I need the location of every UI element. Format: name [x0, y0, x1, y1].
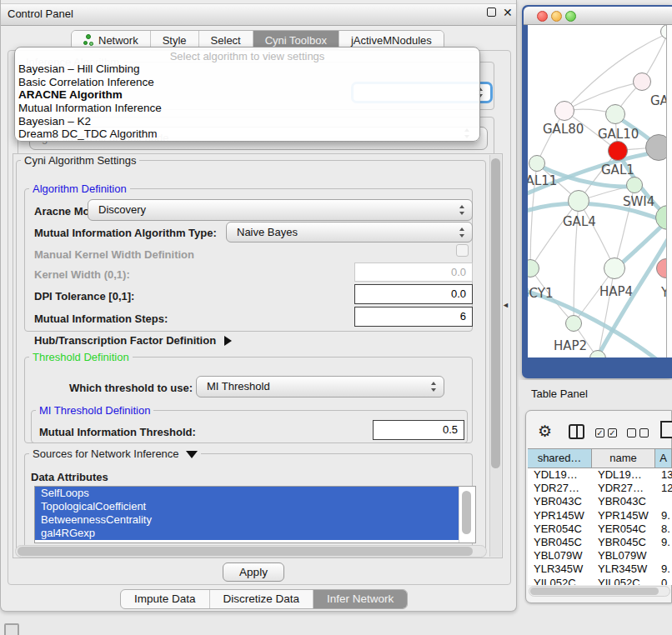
column-header-shared…[interactable]: shared…	[528, 449, 592, 468]
dpi-tolerance-field[interactable]: 0.0	[354, 284, 473, 304]
node-gal10[interactable]	[605, 104, 625, 124]
table-cell: 13	[655, 468, 672, 482]
screen: Control Panel ✕ NetworkStyleSelectCyni T…	[0, 0, 672, 635]
float-window-icon[interactable]	[487, 8, 496, 17]
table-row[interactable]: YBR045CYBR045C9.	[528, 536, 672, 549]
document-icon[interactable]	[660, 421, 672, 438]
node-hap4[interactable]	[604, 258, 625, 279]
manual-kernel-label: Manual Kernel Width Definition	[34, 248, 194, 261]
which-threshold-label: Which threshold to use:	[69, 382, 193, 394]
node-gal7[interactable]	[633, 72, 651, 91]
node-swi4[interactable]	[626, 177, 643, 193]
gear-icon[interactable]: ⚙	[538, 422, 552, 441]
table-cell: 0.	[655, 577, 672, 586]
aracne-mode-combo[interactable]: Discovery	[88, 199, 473, 221]
table-hscrollbar-thumb[interactable]	[530, 588, 659, 595]
columns-icon[interactable]	[569, 424, 584, 439]
settings-hscrollbar-thumb[interactable]	[18, 547, 473, 556]
table-cell: YDR27…	[592, 482, 655, 495]
table-cell: YBR043C	[528, 495, 592, 508]
list-item[interactable]: BetweennessCentrality	[35, 513, 459, 527]
combo-spinner-icon	[431, 382, 437, 392]
apply-button[interactable]: Apply	[223, 562, 284, 582]
tab-impute-data[interactable]: Impute Data	[121, 590, 210, 608]
column-header-A[interactable]: A	[655, 449, 672, 468]
mi-threshold-field[interactable]: 0.5	[373, 420, 464, 440]
close-icon[interactable]: ✕	[503, 8, 513, 18]
dropdown-item[interactable]: Mutual Information Inference	[18, 102, 477, 115]
node-gal10-label: GAL10	[598, 127, 639, 142]
table-cell: YIL052C	[592, 577, 655, 586]
node-gal11-label: GAL11	[528, 173, 557, 188]
settings-scrollbar-thumb[interactable]	[491, 158, 500, 468]
control-panel-titlebar[interactable]	[1, 3, 516, 26]
table-row[interactable]: YER054CYER054C8.	[528, 522, 672, 536]
threshold-definition-title: Threshold Definition	[29, 351, 133, 363]
sources-title[interactable]: Sources for Network Inference	[29, 448, 201, 460]
node-hap2[interactable]	[565, 315, 582, 332]
tab-infer-network[interactable]: Infer Network	[313, 590, 407, 608]
node-attribute-table[interactable]: shared…nameAYDL19…YDL19…13YDR27…YDR27…12…	[528, 448, 672, 585]
dropdown-item[interactable]: Basic Correlation Inference	[18, 76, 477, 89]
kernel-width-field[interactable]: 0.0	[354, 262, 473, 282]
dock-square-icon[interactable]	[4, 623, 19, 635]
deselect-all-checkbox2-icon[interactable]	[639, 428, 649, 438]
data-attributes-list[interactable]: SelfLoopsTopologicalCoefficientBetweenne…	[34, 486, 476, 543]
list-item[interactable]: SelfLoops	[35, 487, 459, 500]
tab-discretize-data[interactable]: Discretize Data	[210, 590, 314, 608]
which-threshold-combo[interactable]: MI Threshold	[196, 376, 444, 398]
table-row[interactable]: YPR145WYPR145W9.	[528, 509, 672, 522]
table-cell: YBR045C	[592, 536, 655, 549]
table-cell: YDL19…	[592, 468, 655, 482]
table-cell: 8.	[655, 522, 672, 536]
node-gal80[interactable]	[554, 101, 574, 121]
dropdown-item[interactable]: ARACNE Algorithm	[18, 88, 477, 102]
deselect-all-checkbox-icon[interactable]	[627, 428, 636, 438]
node-gcy1-label: GCY1	[528, 286, 554, 301]
dropdown-item[interactable]: Bayesian – Hill Climbing	[18, 62, 477, 76]
dropdown-item[interactable]: Dream8 DC_TDC Algorithm	[18, 128, 477, 141]
node-hap4-label: HAP4	[599, 284, 633, 299]
table-row[interactable]: YLR345WYLR345W9.	[528, 562, 672, 576]
attr-list-scrollbar-thumb[interactable]	[462, 491, 471, 534]
node-gray[interactable]	[645, 134, 666, 161]
list-item[interactable]: TopologicalCoefficient	[35, 500, 459, 513]
table-cell: YPR145W	[528, 509, 592, 522]
table-row[interactable]: YDL19…YDL19…13	[528, 468, 672, 482]
list-item[interactable]: gal4RGexp	[35, 527, 459, 540]
close-traffic-light-icon[interactable]	[537, 11, 548, 22]
collapse-down-icon	[186, 451, 198, 458]
dropdown-item[interactable]: Bayesian – K2	[18, 115, 477, 128]
node-gal11[interactable]	[529, 155, 545, 172]
zoom-traffic-light-icon[interactable]	[565, 11, 576, 22]
column-header-name[interactable]: name	[592, 449, 655, 468]
minimize-traffic-light-icon[interactable]	[551, 11, 562, 22]
table-cell: YBR045C	[528, 536, 592, 549]
table-row[interactable]: YIL052CYIL052C0.	[528, 577, 672, 586]
network-canvas[interactable]: GALGAL80GAL10GAL1GAL11SWI4GAL4GCY1HAP4YH…	[528, 25, 666, 358]
algorithm-definition-title: Algorithm Definition	[29, 182, 130, 195]
combo-spinner-icon	[459, 228, 465, 238]
table-cell: YLR345W	[592, 562, 655, 576]
table-cell: YBL079W	[592, 549, 655, 562]
table-row[interactable]: YBR043CYBR043C	[528, 495, 672, 508]
select-all-checkbox-icon[interactable]: ✓	[595, 428, 604, 438]
node-gal80-label: GAL80	[543, 122, 584, 137]
mi-steps-field[interactable]: 6	[354, 307, 473, 327]
select-all-checkbox2-icon[interactable]: ✓	[608, 428, 617, 438]
table-cell: YDR27…	[528, 482, 592, 495]
node-gal4-label: GAL4	[563, 214, 596, 229]
table-cell: YER054C	[528, 522, 592, 536]
node-gal7-label: GAL	[650, 93, 666, 108]
table-cell: YDL19…	[528, 468, 592, 482]
mi-type-combo[interactable]: Naive Bayes	[226, 222, 473, 242]
control-panel-window: Control Panel ✕ NetworkStyleSelectCyni T…	[0, 0, 517, 612]
manual-kernel-checkbox[interactable]	[456, 244, 469, 257]
hub-definition-toggle[interactable]: Hub/Transcription Factor Definition	[34, 334, 232, 347]
node-gal4[interactable]	[568, 190, 589, 212]
algorithm-dropdown-popup: Select algorithm to view settings Bayesi…	[14, 47, 480, 142]
node-gal1[interactable]	[608, 141, 628, 161]
expand-right-icon	[224, 336, 232, 346]
table-row[interactable]: YBL079WYBL079W	[528, 549, 672, 562]
table-row[interactable]: YDR27…YDR27…12	[528, 482, 672, 495]
